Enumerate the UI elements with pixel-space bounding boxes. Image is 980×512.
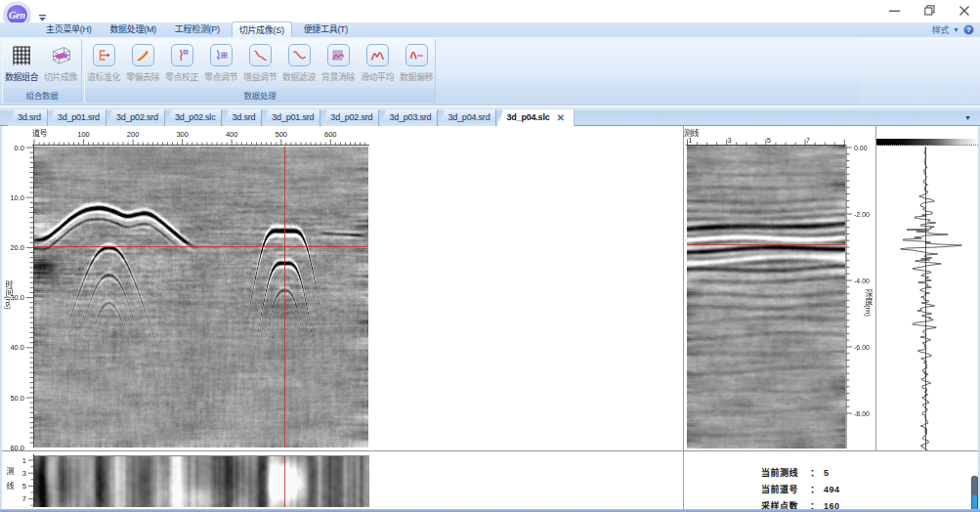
background-remove-icon <box>327 44 350 66</box>
tab-list-dropdown-icon[interactable]: ▼ <box>964 114 971 121</box>
ribbon-button-zero-point-correct[interactable]: 零点校正 <box>162 41 201 83</box>
style-menu-label[interactable]: 样式 <box>932 23 949 36</box>
vertical-splitter-main[interactable] <box>683 126 684 509</box>
ribbon-button-label: 背景消除 <box>321 70 355 83</box>
document-tab-3d_p04.srd[interactable]: 3d_p04.srd <box>438 109 496 126</box>
quick-access-dropdown-icon[interactable] <box>38 8 47 16</box>
document-tab-3d_p04.slc-active[interactable]: 3d_p04.slc✕ <box>496 109 574 126</box>
status-value: 5 <box>824 468 830 478</box>
document-tab-3d_p01.srd[interactable]: 3d_p01.srd <box>48 109 107 126</box>
vertical-scrollbar-thumb[interactable] <box>971 476 978 512</box>
ribbon-button-trace-normalize[interactable]: 道标准化 <box>84 41 123 83</box>
ribbon-button-label: 数据组合 <box>5 70 38 83</box>
document-tab-3d.srd[interactable]: 3d.srd <box>222 109 262 126</box>
ribbon: 数据组合切片成像 组合数据 道标准化零偏去除零点校正零点调节增益调节数据滤波背景… <box>0 37 980 106</box>
ribbon-button-dc-offset-remove[interactable]: 零偏去除 <box>123 41 162 83</box>
status-separator: ： <box>806 466 824 479</box>
svg-text:-2.00: -2.00 <box>854 211 870 218</box>
ribbon-group-combine: 数据组合切片成像 组合数据 <box>2 39 82 104</box>
app-logo-text: Gen <box>7 5 27 24</box>
svg-text:400: 400 <box>226 130 238 139</box>
document-tab-3d_p03.srd[interactable]: 3d_p03.srd <box>379 109 438 126</box>
tab-close-icon[interactable]: ✕ <box>557 113 565 123</box>
crossline-ruler-title: 测线 <box>684 127 699 138</box>
svg-text:-4.00: -4.00 <box>854 277 870 284</box>
data-shift-icon <box>405 44 428 66</box>
svg-text:100: 100 <box>77 130 90 139</box>
document-tab-label: 3d_p02.srd <box>330 112 372 122</box>
ribbon-button-label: 零点调节 <box>204 70 237 83</box>
ribbon-button-label: 道标准化 <box>87 70 120 83</box>
document-tab-label: 3d.srd <box>18 112 41 122</box>
ribbon-button-label: 零点校正 <box>165 70 198 83</box>
timeslice-strip-image[interactable] <box>34 455 369 507</box>
document-tab-3d.srd[interactable]: 3d.srd <box>8 109 48 126</box>
svg-text:5: 5 <box>22 482 26 491</box>
gain-adjust-icon <box>249 44 272 66</box>
ribbon-button-label: 数据滤波 <box>282 70 316 83</box>
slice-imaging-cube-icon <box>50 44 72 66</box>
svg-text:20.0: 20.0 <box>10 243 24 252</box>
svg-text:1: 1 <box>689 137 693 144</box>
ribbon-button-background-remove[interactable]: 背景消除 <box>319 41 358 83</box>
svg-text:-6.00: -6.00 <box>854 344 870 351</box>
document-tab-label: 3d_p01.srd <box>272 112 314 122</box>
document-tab-3d_p02.srd[interactable]: 3d_p02.srd <box>107 109 165 126</box>
style-caret-icon[interactable]: ▼ <box>953 26 959 33</box>
status-row-2: 当前道号：494 <box>761 481 840 497</box>
window-left-border <box>0 126 2 509</box>
data-combine-grid-icon <box>11 44 33 66</box>
bscan-main-image[interactable] <box>34 147 368 448</box>
document-tab-label: 3d_p02.slc <box>175 112 216 122</box>
ribbon-button-label: 滑动平均 <box>361 70 394 83</box>
slice-axis-title: 测线 <box>4 467 15 496</box>
dc-offset-remove-icon <box>132 44 154 66</box>
menu-tab-1[interactable]: 主页菜单(H) <box>39 21 98 37</box>
menu-tab-4[interactable]: 切片成像(S) <box>232 21 292 37</box>
zero-point-correct-icon <box>171 44 193 66</box>
document-tab-3d_p02.slc[interactable]: 3d_p02.slc <box>165 109 223 126</box>
help-icon[interactable]: ? <box>963 24 974 35</box>
ribbon-button-data-shift[interactable]: 数据偏移 <box>397 41 436 83</box>
svg-text:500: 500 <box>275 130 287 139</box>
svg-text:7: 7 <box>806 137 810 144</box>
restore-button[interactable] <box>921 3 937 18</box>
menu-tab-2[interactable]: 数据处理(M) <box>103 21 162 37</box>
svg-text:600: 600 <box>324 130 337 139</box>
menu-tab-3[interactable]: 工程检测(P) <box>168 21 227 37</box>
ribbon-button-label: 切片成像 <box>44 70 77 83</box>
document-tab-label: 3d_p04.srd <box>447 112 490 122</box>
close-button[interactable] <box>957 3 972 18</box>
svg-text:300: 300 <box>176 130 189 139</box>
data-filter-icon <box>288 44 311 66</box>
ribbon-group-label: 数据处理 <box>85 89 435 103</box>
ribbon-button-data-combine-grid[interactable]: 数据组合 <box>2 41 41 83</box>
status-separator: ： <box>806 483 824 495</box>
application-window: Gen 主页菜单(H)数据处理(M)工程检测(P)切片成像(S)便捷工具(T) … <box>0 0 980 512</box>
document-tab-3d_p01.srd[interactable]: 3d_p01.srd <box>262 109 320 126</box>
ribbon-button-data-filter[interactable]: 数据滤波 <box>279 41 319 83</box>
ribbon-button-slice-imaging-cube[interactable]: 切片成像 <box>41 41 80 83</box>
grayscale-colorbar <box>876 139 980 146</box>
vertical-splitter-wiggle[interactable] <box>875 126 876 450</box>
svg-text:200: 200 <box>127 130 140 139</box>
horizontal-splitter[interactable] <box>0 450 980 451</box>
ribbon-button-gain-adjust[interactable]: 增益调节 <box>240 41 279 83</box>
menu-tab-5[interactable]: 便捷工具(T) <box>297 21 355 37</box>
crossline-section-image[interactable] <box>687 146 845 448</box>
crossline-ruler: 1357 <box>682 135 850 147</box>
ribbon-button-label: 数据偏移 <box>400 70 433 83</box>
zero-point-adjust-icon <box>210 44 233 66</box>
document-tab-3d_p02.srd[interactable]: 3d_p02.srd <box>320 109 379 126</box>
minimize-button[interactable] <box>886 3 902 18</box>
window-controls <box>886 3 972 18</box>
document-tab-label: 3d.srd <box>232 112 255 122</box>
document-tab-bar: 3d.srd3d_p01.srd3d_p02.srd3d_p02.slc3d.s… <box>0 107 980 126</box>
status-label: 当前道号 <box>761 483 806 495</box>
svg-text:0.00: 0.00 <box>854 145 868 151</box>
document-tab-label: 3d_p03.srd <box>389 112 431 122</box>
ribbon-button-zero-point-adjust[interactable]: 零点调节 <box>201 41 240 83</box>
svg-text:0.0: 0.0 <box>15 144 24 152</box>
ribbon-button-moving-average[interactable]: 滑动平均 <box>358 41 397 83</box>
trace-wiggle-plot[interactable] <box>876 147 980 451</box>
